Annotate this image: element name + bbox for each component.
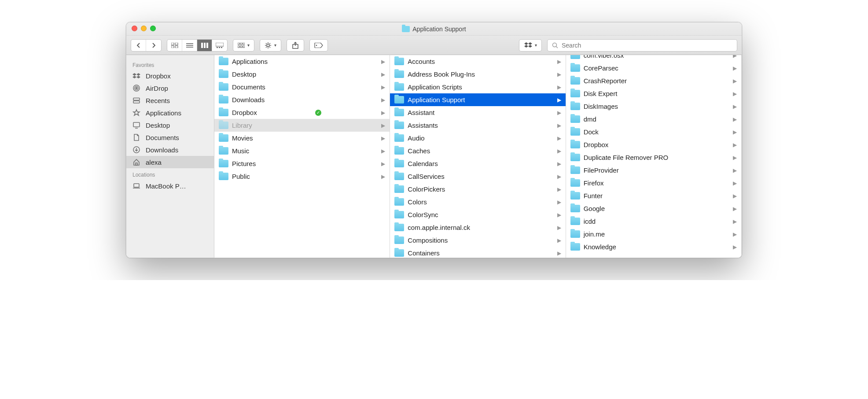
forward-button[interactable] — [146, 40, 161, 51]
folder-label: Application Support — [408, 96, 465, 103]
folder-row[interactable]: Duplicate File Remover PRO▶ — [566, 151, 741, 164]
tags-button[interactable] — [309, 39, 328, 52]
svg-rect-15 — [240, 43, 242, 44]
toolbar: ▾ ▾ — [126, 36, 742, 55]
folder-icon — [570, 77, 580, 85]
finder-body: FavoritesDropboxAirDropRecentsApplicatio… — [126, 55, 742, 258]
svg-rect-18 — [240, 46, 242, 48]
folder-row[interactable]: Compositions▶ — [390, 234, 565, 247]
folder-label: Colors — [408, 198, 427, 206]
folder-icon — [570, 230, 580, 238]
folder-row[interactable]: Knowledge▶ — [566, 240, 741, 253]
folder-row[interactable]: Colors▶ — [390, 196, 565, 208]
back-button[interactable] — [131, 40, 146, 51]
share-button[interactable] — [287, 39, 304, 52]
folder-row[interactable]: com.apple.internal.ck▶ — [390, 221, 565, 234]
folder-row[interactable]: Pictures▶ — [214, 157, 390, 170]
chevron-down-icon: ▾ — [274, 43, 276, 48]
folder-row[interactable]: Address Book Plug-Ins▶ — [390, 68, 565, 81]
sidebar-item-downloads[interactable]: Downloads — [126, 144, 214, 156]
folder-icon — [394, 198, 404, 206]
svg-point-35 — [136, 88, 137, 89]
minimize-button[interactable] — [141, 26, 147, 31]
folder-row[interactable]: com.viber.osx▶ — [566, 55, 741, 62]
folder-row[interactable]: DiskImages▶ — [566, 100, 741, 113]
folder-row[interactable]: FileProvider▶ — [566, 164, 741, 177]
folder-row[interactable]: Dropbox▶ — [566, 138, 741, 151]
folder-row[interactable]: icdd▶ — [566, 215, 741, 228]
folder-row[interactable]: Caches▶ — [390, 144, 565, 157]
folder-icon — [394, 58, 404, 65]
folder-row[interactable]: Downloads▶ — [214, 93, 390, 106]
svg-rect-7 — [201, 43, 203, 48]
folder-row[interactable]: Documents▶ — [214, 81, 390, 93]
sidebar-item-airdrop[interactable]: AirDrop — [126, 82, 214, 94]
folder-icon — [570, 128, 580, 136]
sidebar-item-desktop[interactable]: Desktop — [126, 119, 214, 131]
folder-row[interactable]: Movies▶ — [214, 132, 390, 144]
folder-row[interactable]: Dock▶ — [566, 126, 741, 138]
folder-row[interactable]: Audio▶ — [390, 132, 565, 144]
sidebar-item-applications[interactable]: Applications — [126, 107, 214, 119]
column-2[interactable]: Accounts▶Address Book Plug-Ins▶Applicati… — [390, 55, 566, 258]
folder-row[interactable]: Accounts▶ — [390, 55, 565, 68]
folder-row[interactable]: Application Support▶ — [390, 93, 565, 106]
view-icon-button[interactable] — [167, 40, 182, 51]
folder-icon — [394, 211, 404, 218]
group-by-button[interactable]: ▾ — [233, 39, 254, 52]
view-gallery-button[interactable] — [212, 40, 227, 51]
folder-row[interactable]: Google▶ — [566, 202, 741, 215]
svg-point-20 — [267, 44, 269, 47]
folder-row[interactable]: Application Scripts▶ — [390, 81, 565, 93]
folder-row[interactable]: ColorSync▶ — [390, 208, 565, 221]
window-controls — [132, 26, 156, 31]
search-input[interactable] — [562, 42, 732, 49]
folder-row[interactable]: CrashReporter▶ — [566, 74, 741, 87]
sidebar-item-documents[interactable]: Documents — [126, 131, 214, 144]
titlebar: Application Support — [126, 22, 742, 36]
zoom-button[interactable] — [150, 26, 156, 31]
folder-label: CrashReporter — [584, 77, 627, 85]
column-1[interactable]: Applications▶Desktop▶Documents▶Downloads… — [214, 55, 390, 258]
search-field[interactable] — [547, 39, 737, 52]
folder-row[interactable]: Assistant▶ — [390, 106, 565, 119]
folder-row[interactable]: Public▶ — [214, 170, 390, 183]
chevron-right-icon: ▶ — [557, 237, 561, 244]
svg-line-28 — [266, 47, 267, 48]
folder-row[interactable]: Firefox▶ — [566, 177, 741, 189]
chevron-down-icon: ▾ — [247, 43, 250, 48]
chevron-right-icon: ▶ — [733, 206, 737, 212]
dropbox-menu-button[interactable]: ▾ — [519, 39, 542, 52]
folder-row[interactable]: Desktop▶ — [214, 68, 390, 81]
folder-row[interactable]: dmd▶ — [566, 113, 741, 126]
sidebar-item-macbook-p-[interactable]: MacBook P… — [126, 180, 214, 192]
view-column-button[interactable] — [197, 40, 212, 51]
folder-row[interactable]: CoreParsec▶ — [566, 62, 741, 74]
folder-row[interactable]: CallServices▶ — [390, 170, 565, 183]
folder-row[interactable]: Dropbox✓▶ — [214, 106, 390, 119]
folder-icon — [219, 83, 228, 91]
sidebar-item-label: AirDrop — [146, 85, 168, 92]
sidebar-item-dropbox[interactable]: Dropbox — [126, 70, 214, 82]
view-list-button[interactable] — [182, 40, 197, 51]
folder-label: icdd — [584, 218, 596, 225]
close-button[interactable] — [132, 26, 137, 31]
folder-row[interactable]: Library▶ — [214, 119, 390, 132]
folder-row[interactable]: Containers▶ — [390, 247, 565, 258]
chevron-right-icon: ▶ — [557, 148, 561, 154]
folder-row[interactable]: Disk Expert▶ — [566, 87, 741, 100]
folder-row[interactable]: Assistants▶ — [390, 119, 565, 132]
sidebar-item-alexa[interactable]: alexa — [126, 156, 214, 168]
folder-row[interactable]: Applications▶ — [214, 55, 390, 68]
folder-row[interactable]: ColorPickers▶ — [390, 183, 565, 196]
folder-row[interactable]: Funter▶ — [566, 189, 741, 202]
folder-icon — [394, 224, 404, 231]
chevron-right-icon: ▶ — [557, 161, 561, 167]
action-menu-button[interactable]: ▾ — [260, 39, 281, 52]
folder-row[interactable]: Calendars▶ — [390, 157, 565, 170]
folder-row[interactable]: Music▶ — [214, 144, 390, 157]
sidebar-item-recents[interactable]: Recents — [126, 94, 214, 107]
folder-row[interactable]: join.me▶ — [566, 228, 741, 240]
svg-rect-14 — [238, 43, 239, 44]
column-3[interactable]: com.viber.osx▶CoreParsec▶CrashReporter▶D… — [566, 55, 742, 258]
